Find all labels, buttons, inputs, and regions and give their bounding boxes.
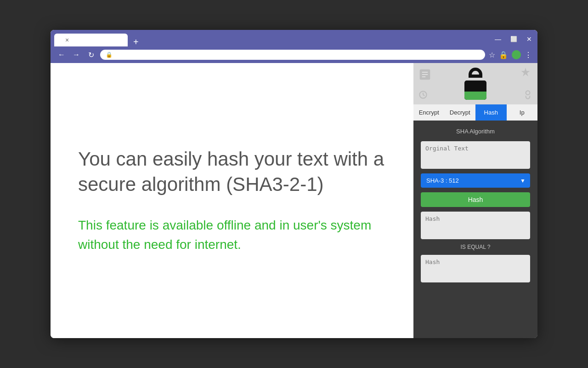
extension-header [413, 63, 537, 104]
browser-tab[interactable]: × [54, 34, 128, 46]
page-content: You can easily hash your text with a sec… [51, 63, 413, 338]
maximize-button[interactable]: ⬜ [510, 36, 517, 42]
extension-lock-button[interactable]: 🔒 [499, 51, 508, 59]
close-button[interactable]: ✕ [526, 35, 532, 43]
tab-ip[interactable]: Ip [507, 104, 538, 121]
browser-chrome: × + — ⬜ ✕ ← → ↻ 🔒 ☆ 🔒 ⋮ [51, 30, 537, 63]
is-equal-label: IS EQUAL ? [421, 244, 530, 250]
profile-button[interactable] [512, 50, 521, 59]
reload-button[interactable]: ↻ [85, 49, 96, 60]
bookmark-button[interactable]: ☆ [489, 51, 495, 59]
toolbar-right: ☆ 🔒 ⋮ [489, 50, 532, 59]
main-heading: You can easily hash your text with a sec… [78, 147, 386, 197]
tab-hash[interactable]: Hash [475, 104, 507, 121]
tab-encrypt[interactable]: Encrypt [413, 104, 445, 121]
address-bar[interactable]: 🔒 [100, 50, 485, 60]
hash-output[interactable] [421, 212, 530, 239]
svg-point-4 [526, 91, 530, 95]
minimize-button[interactable]: — [495, 35, 501, 43]
browser-content: You can easily hash your text with a sec… [51, 63, 537, 338]
sub-text: This feature is available offline and in… [78, 216, 386, 254]
lock-icon-large [462, 68, 489, 100]
compare-hash-input[interactable] [421, 255, 530, 282]
back-button[interactable]: ← [56, 49, 67, 60]
menu-button[interactable]: ⋮ [525, 51, 532, 59]
deco-icon-4 [417, 89, 429, 101]
extension-body: SHA Algorithm SHA-3 : 512 SHA-3 : 256 SH… [413, 121, 537, 338]
algorithm-select-wrapper: SHA-3 : 512 SHA-3 : 256 SHA-3 : 384 SHA-… [421, 173, 530, 188]
deco-icon-3 [522, 89, 534, 101]
deco-icon-1 [418, 68, 432, 81]
original-text-input[interactable] [421, 141, 530, 169]
deco-icon-2 [519, 67, 532, 80]
tab-close-button[interactable]: × [65, 36, 69, 44]
new-tab-button[interactable]: + [130, 37, 142, 46]
address-bar-row: ← → ↻ 🔒 ☆ 🔒 ⋮ [51, 46, 537, 63]
hash-button[interactable]: Hash [421, 192, 530, 207]
extension-panel: Encrypt Decrypt Hash Ip SHA Algorithm SH… [413, 63, 537, 338]
svg-line-7 [423, 95, 424, 96]
browser-window: × + — ⬜ ✕ ← → ↻ 🔒 ☆ 🔒 ⋮ [51, 30, 537, 338]
section-label-sha: SHA Algorithm [421, 128, 530, 135]
tab-decrypt[interactable]: Decrypt [445, 104, 476, 121]
extension-tabs: Encrypt Decrypt Hash Ip [413, 104, 537, 121]
lock-icon-small: 🔒 [106, 52, 113, 58]
algorithm-select[interactable]: SHA-3 : 512 SHA-3 : 256 SHA-3 : 384 SHA-… [421, 173, 530, 188]
forward-button[interactable]: → [71, 49, 82, 60]
